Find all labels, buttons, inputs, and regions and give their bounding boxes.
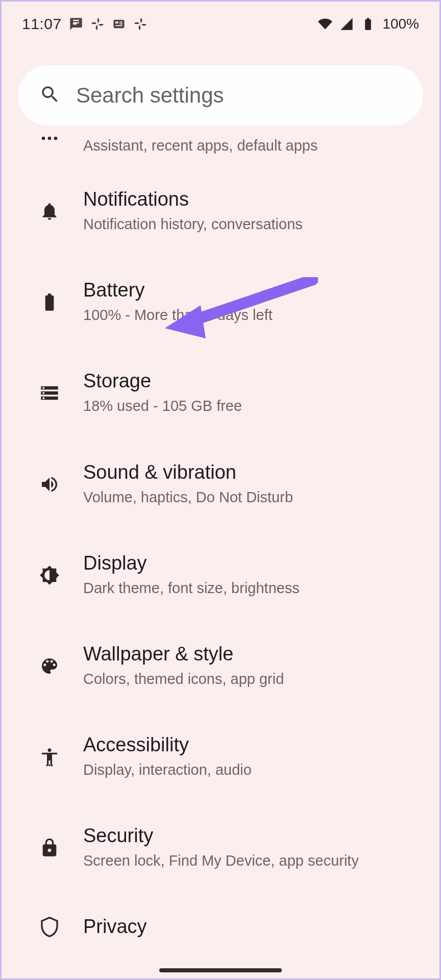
item-subtitle: 18% used - 105 GB free (83, 396, 242, 416)
battery-status-icon (361, 17, 375, 31)
clock: 11:07 (22, 15, 62, 33)
item-text: Battery 100% - More than 2 days left (83, 279, 273, 325)
item-text: Notifications Notification history, conv… (83, 188, 303, 234)
item-title: Storage (83, 370, 242, 392)
signal-icon (339, 17, 354, 31)
item-title: Privacy (83, 916, 147, 938)
item-title: Display (83, 552, 300, 574)
settings-item-accessibility[interactable]: Accessibility Display, interaction, audi… (2, 712, 439, 802)
settings-item-storage[interactable]: Storage 18% used - 105 GB free (2, 348, 439, 438)
item-title: Notifications (83, 188, 303, 210)
svg-rect-1 (115, 21, 118, 23)
item-subtitle: Colors, themed icons, app grid (83, 669, 284, 689)
settings-item-sound[interactable]: Sound & vibration Volume, haptics, Do No… (2, 439, 439, 530)
accessibility-icon (37, 747, 62, 767)
svg-rect-3 (119, 23, 122, 24)
svg-point-10 (48, 765, 50, 766)
settings-item-battery[interactable]: Battery 100% - More than 2 days left (2, 257, 439, 348)
settings-item-security[interactable]: Security Screen lock, Find My Device, ap… (2, 802, 439, 893)
message-icon (69, 17, 83, 31)
item-text: Storage 18% used - 105 GB free (83, 370, 242, 416)
search-icon (39, 84, 61, 107)
brightness-icon (37, 565, 62, 585)
settings-list[interactable]: Assistant, recent apps, default apps Not… (2, 126, 439, 938)
battery-percent-label: 100% (382, 16, 419, 32)
item-text: Sound & vibration Volume, haptics, Do No… (83, 461, 293, 507)
bell-icon (37, 201, 62, 222)
palette-icon (37, 656, 62, 676)
privacy-icon (37, 917, 62, 937)
item-subtitle: Screen lock, Find My Device, app securit… (83, 851, 359, 871)
status-right: 100% (318, 16, 419, 32)
sound-icon (37, 474, 62, 495)
item-title: Security (83, 825, 359, 847)
item-subtitle: 100% - More than 2 days left (83, 305, 273, 325)
item-text: Display Dark theme, font size, brightnes… (83, 552, 300, 598)
item-subtitle: Display, interaction, audio (83, 760, 252, 780)
search-placeholder: Search settings (76, 83, 224, 108)
svg-rect-2 (119, 21, 122, 22)
svg-rect-4 (115, 25, 122, 26)
svg-point-7 (54, 137, 58, 140)
item-title: Battery (83, 279, 273, 301)
gesture-nav-handle[interactable] (159, 968, 282, 972)
item-text: Security Screen lock, Find My Device, ap… (83, 825, 359, 871)
settings-item-notifications[interactable]: Notifications Notification history, conv… (2, 166, 439, 257)
status-left: 11:07 (22, 15, 148, 33)
item-subtitle: Assistant, recent apps, default apps (83, 136, 317, 156)
pinwheel-icon (90, 17, 105, 31)
settings-item-wallpaper[interactable]: Wallpaper & style Colors, themed icons, … (2, 621, 439, 712)
item-text: Wallpaper & style Colors, themed icons, … (83, 643, 284, 689)
svg-point-8 (48, 748, 52, 752)
item-title: Wallpaper & style (83, 643, 284, 665)
settings-item-privacy[interactable]: Privacy (2, 893, 439, 938)
item-subtitle: Notification history, conversations (83, 214, 303, 234)
svg-point-9 (46, 765, 47, 766)
item-text: Assistant, recent apps, default apps (83, 136, 317, 156)
svg-point-6 (48, 137, 52, 140)
svg-point-5 (42, 137, 45, 140)
wifi-icon (318, 17, 332, 31)
storage-icon (37, 383, 62, 403)
battery-icon (37, 292, 62, 312)
item-title: Accessibility (83, 734, 252, 756)
item-text: Accessibility Display, interaction, audi… (83, 734, 252, 780)
search-bar[interactable]: Search settings (18, 65, 423, 126)
item-subtitle: Dark theme, font size, brightness (83, 578, 300, 598)
news-icon (112, 17, 126, 31)
item-subtitle: Volume, haptics, Do Not Disturb (83, 487, 293, 507)
svg-rect-0 (113, 20, 124, 28)
item-text: Privacy (83, 916, 147, 938)
status-bar: 11:07 100% (2, 2, 439, 37)
settings-item-apps[interactable]: Assistant, recent apps, default apps (2, 126, 439, 166)
svg-point-11 (51, 765, 53, 766)
item-title: Sound & vibration (83, 461, 293, 483)
overflow-icon (37, 136, 62, 141)
settings-item-display[interactable]: Display Dark theme, font size, brightnes… (2, 530, 439, 621)
pinwheel-icon-2 (133, 17, 148, 31)
search-container: Search settings (2, 37, 439, 126)
lock-icon (37, 838, 62, 858)
